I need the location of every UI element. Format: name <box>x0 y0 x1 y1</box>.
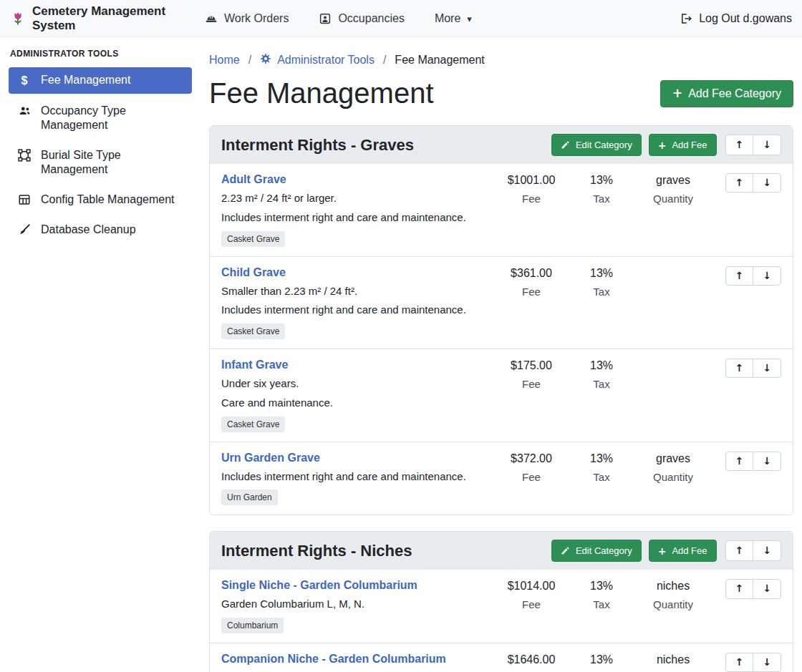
fee-amount: $1646.00 <box>489 653 574 666</box>
quantity-label: Quantity <box>629 193 717 205</box>
breadcrumb-current: Fee Management <box>395 54 484 67</box>
down-arrow-icon: ↓ <box>763 177 771 188</box>
move-category-up-button[interactable]: ↑ <box>725 135 754 155</box>
move-fee-up-button[interactable]: ↑ <box>725 173 754 193</box>
fee-type-badge: Casket Grave <box>221 323 285 339</box>
edit-category-label: Edit Category <box>576 545 632 556</box>
breadcrumb-admin-tools-link[interactable]: Administrator Tools <box>260 53 375 67</box>
top-navbar: Cemetery Management System Work Orders O… <box>0 0 802 37</box>
breadcrumb-home-link[interactable]: Home <box>209 54 240 67</box>
move-category-up-button[interactable]: ↑ <box>725 540 754 561</box>
category-reorder-group: ↑ ↓ <box>725 540 781 561</box>
gear-icon <box>260 53 271 67</box>
move-fee-down-button[interactable]: ↓ <box>753 452 781 471</box>
fee-name-link[interactable]: Companion Niche - Garden Columbarium <box>221 653 446 666</box>
fee-reorder-group: ↑ ↓ <box>725 653 781 672</box>
fee-amount-label: Fee <box>489 193 574 205</box>
nav-work-orders-label: Work Orders <box>224 12 289 25</box>
fee-row: Infant Grave Under six years. Care and m… <box>210 349 793 442</box>
nav-occupancies[interactable]: Occupancies <box>319 12 405 25</box>
sidebar-item-fee-management[interactable]: $ Fee Management <box>9 67 192 94</box>
fee-description: 2.23 m² / 24 ft² or larger. <box>221 192 482 205</box>
move-fee-up-button[interactable]: ↑ <box>725 579 754 598</box>
move-category-down-button[interactable]: ↓ <box>753 540 781 561</box>
dollar-icon: $ <box>17 74 32 88</box>
category-card-graves: Interment Rights - Graves Edit Category … <box>209 125 793 515</box>
sidebar-item-label: Occupancy Type Management <box>41 104 183 132</box>
down-arrow-icon: ↓ <box>763 362 771 374</box>
fee-reorder-group: ↑ ↓ <box>725 359 781 378</box>
tax-label: Tax <box>574 378 629 390</box>
pencil-icon <box>561 546 570 555</box>
quantity-value: niches <box>629 653 717 666</box>
fee-row: Single Niche - Garden Columbarium Garden… <box>210 570 793 643</box>
move-fee-up-button[interactable]: ↑ <box>725 266 754 286</box>
pencil-icon <box>561 140 570 150</box>
admin-sidebar: ADMINISTRATOR TOOLS $ Fee Management Occ… <box>0 37 200 672</box>
sidebar-item-database-cleanup[interactable]: Database Cleanup <box>9 217 192 243</box>
fee-reorder-group: ↑ ↓ <box>725 266 781 286</box>
sidebar-item-occupancy-type-management[interactable]: Occupancy Type Management <box>9 98 192 138</box>
sidebar-item-burial-site-type-management[interactable]: Burial Site Type Management <box>9 142 192 182</box>
add-fee-button[interactable]: + Add Fee <box>649 134 717 156</box>
move-fee-up-button[interactable]: ↑ <box>725 452 754 471</box>
plus-icon: + <box>658 140 667 150</box>
move-fee-down-button[interactable]: ↓ <box>753 173 781 193</box>
fee-name-link[interactable]: Single Niche - Garden Columbarium <box>221 579 417 592</box>
nav-work-orders[interactable]: Work Orders <box>205 12 289 25</box>
fee-description: Smaller than 2.23 m² / 24 ft². <box>221 285 482 298</box>
app-brand[interactable]: Cemetery Management System <box>10 4 205 33</box>
category-reorder-group: ↑ ↓ <box>725 135 781 155</box>
fee-row: Urn Garden Grave Includes interment righ… <box>210 442 793 515</box>
logout-link[interactable]: Log Out d.gowans <box>680 12 792 25</box>
breadcrumb-admin-tools-label: Administrator Tools <box>277 54 375 67</box>
sidebar-item-label: Fee Management <box>41 73 130 87</box>
fee-name-link[interactable]: Urn Garden Grave <box>221 452 320 464</box>
down-arrow-icon: ↓ <box>763 545 771 556</box>
edit-category-button[interactable]: Edit Category <box>551 540 642 562</box>
move-fee-down-button[interactable]: ↓ <box>753 653 781 672</box>
fee-description: Includes interment right and care and ma… <box>221 303 482 317</box>
edit-category-button[interactable]: Edit Category <box>551 134 642 156</box>
fee-description: Under six years. <box>221 377 482 391</box>
tax-value: 13% <box>574 653 629 666</box>
move-fee-down-button[interactable]: ↓ <box>753 266 781 286</box>
plus-icon: + <box>672 87 682 99</box>
nav-more-label: More <box>435 12 460 25</box>
flower-logo-icon <box>10 11 26 26</box>
move-category-down-button[interactable]: ↓ <box>753 135 781 155</box>
move-fee-down-button[interactable]: ↓ <box>753 579 781 598</box>
move-fee-up-button[interactable]: ↑ <box>725 359 754 378</box>
up-arrow-icon: ↑ <box>735 455 744 467</box>
sidebar-item-config-table-management[interactable]: Config Table Management <box>9 187 192 213</box>
users-icon <box>17 104 32 117</box>
page-title: Fee Management <box>209 77 434 109</box>
fee-amount: $361.00 <box>489 267 574 280</box>
fee-reorder-group: ↑ ↓ <box>725 579 781 598</box>
broom-icon <box>17 223 32 236</box>
fee-amount: $1014.00 <box>489 580 574 593</box>
fee-reorder-group: ↑ ↓ <box>725 173 781 193</box>
fee-description: Includes interment right and care and ma… <box>221 211 482 225</box>
add-fee-category-button[interactable]: + Add Fee Category <box>660 80 793 107</box>
down-arrow-icon: ↓ <box>763 270 771 281</box>
move-fee-down-button[interactable]: ↓ <box>753 359 781 378</box>
up-arrow-icon: ↑ <box>735 545 744 556</box>
add-fee-button[interactable]: + Add Fee <box>649 540 717 562</box>
occupancies-icon <box>319 12 332 25</box>
move-fee-up-button[interactable]: ↑ <box>725 653 754 672</box>
fee-name-link[interactable]: Adult Grave <box>221 173 286 186</box>
fee-amount: $175.00 <box>489 359 574 372</box>
fee-row: Adult Grave 2.23 m² / 24 ft² or larger. … <box>210 164 793 256</box>
breadcrumb-separator: / <box>248 54 251 67</box>
up-arrow-icon: ↑ <box>735 270 744 281</box>
fee-name-link[interactable]: Child Grave <box>221 266 286 279</box>
fee-amount-label: Fee <box>489 598 574 610</box>
nav-more[interactable]: More ▾ <box>435 12 472 25</box>
logout-label: Log Out d.gowans <box>699 12 792 25</box>
category-header: Interment Rights - Graves Edit Category … <box>210 126 793 164</box>
quantity-label: Quantity <box>629 598 717 610</box>
fee-name-link[interactable]: Infant Grave <box>221 359 288 371</box>
main-content: Home / Administrat <box>200 37 802 672</box>
sidebar-item-label: Database Cleanup <box>41 223 136 237</box>
